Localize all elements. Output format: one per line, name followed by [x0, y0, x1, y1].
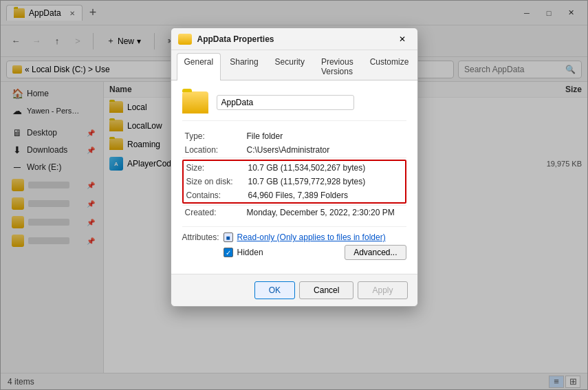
tab-security[interactable]: Security [268, 53, 312, 80]
readonly-checkbox[interactable]: ■ [224, 232, 233, 242]
size-disk-label: Size on disk: [184, 175, 246, 188]
size-disk-value: 10.7 GB (11,579,772,928 bytes) [246, 175, 405, 188]
readonly-label: Read-only (Only applies to files in fold… [237, 232, 386, 242]
properties-dialog: AppData Properties ✕ General Sharing Sec… [171, 28, 418, 307]
hidden-label: Hidden [237, 248, 263, 257]
modal-overlay: AppData Properties ✕ General Sharing Sec… [0, 0, 588, 390]
contains-value: 64,960 Files, 7,389 Folders [246, 188, 405, 202]
apply-button[interactable]: Apply [358, 281, 407, 299]
location-value: C:\Users\Administrator [244, 143, 406, 157]
contains-label: Contains: [184, 188, 246, 202]
advanced-button[interactable]: Advanced... [345, 245, 406, 260]
dialog-body: Type: File folder Location: C:\Users\Adm… [171, 80, 417, 274]
props-table: Type: File folder Location: C:\Users\Adm… [182, 129, 406, 158]
hidden-attr-row: ✓ Hidden Advanced... [224, 245, 406, 260]
prop-size-row: Size: 10.7 GB (11,534,502,267 bytes) [184, 161, 405, 175]
prop-size-disk-row: Size on disk: 10.7 GB (11,579,772,928 by… [184, 175, 405, 188]
dialog-close-button[interactable]: ✕ [394, 31, 411, 47]
dialog-folder-icon [178, 34, 192, 45]
location-label: Location: [182, 143, 244, 157]
dialog-title: AppData Properties [197, 34, 394, 44]
prop-type-row: Type: File folder [182, 129, 406, 143]
size-value: 10.7 GB (11,534,502,267 bytes) [246, 161, 405, 175]
tab-previous-versions[interactable]: Previous Versions [314, 53, 361, 80]
folder-name-input[interactable] [217, 95, 354, 110]
dialog-tabs: General Sharing Security Previous Versio… [171, 50, 417, 80]
size-label: Size: [184, 161, 246, 175]
highlight-box: Size: 10.7 GB (11,534,502,267 bytes) Siz… [182, 160, 406, 204]
created-value: Monday, December 5, 2022, 2:30:20 PM [244, 206, 406, 220]
hidden-checkbox[interactable]: ✓ [224, 248, 233, 257]
divider-1 [182, 157, 406, 158]
cancel-button[interactable]: Cancel [299, 281, 353, 299]
dialog-title-bar: AppData Properties ✕ [171, 28, 417, 50]
type-value: File folder [244, 129, 406, 143]
dialog-footer: OK Cancel Apply [171, 274, 417, 306]
tab-general[interactable]: General [177, 53, 221, 80]
ok-button[interactable]: OK [254, 281, 295, 299]
tab-customize[interactable]: Customize [362, 53, 417, 80]
tab-sharing[interactable]: Sharing [222, 53, 265, 80]
attributes-label: Attributes: [182, 232, 219, 242]
props-table-2: Created: Monday, December 5, 2022, 2:30:… [182, 205, 406, 220]
folder-icon-large [182, 91, 208, 113]
prop-contains-row: Contains: 64,960 Files, 7,389 Folders [184, 188, 405, 202]
attributes-section: Attributes: ■ Read-only (Only applies to… [182, 226, 406, 263]
readonly-attr-row: ■ Read-only (Only applies to files in fo… [224, 232, 406, 242]
prop-location-row: Location: C:\Users\Administrator [182, 143, 406, 157]
folder-header [182, 91, 406, 121]
attributes-row: Attributes: ■ Read-only (Only applies to… [182, 232, 406, 263]
type-label: Type: [182, 129, 244, 143]
created-label: Created: [182, 206, 244, 220]
highlighted-props-table: Size: 10.7 GB (11,534,502,267 bytes) Siz… [184, 161, 405, 202]
prop-created-row: Created: Monday, December 5, 2022, 2:30:… [182, 206, 406, 220]
